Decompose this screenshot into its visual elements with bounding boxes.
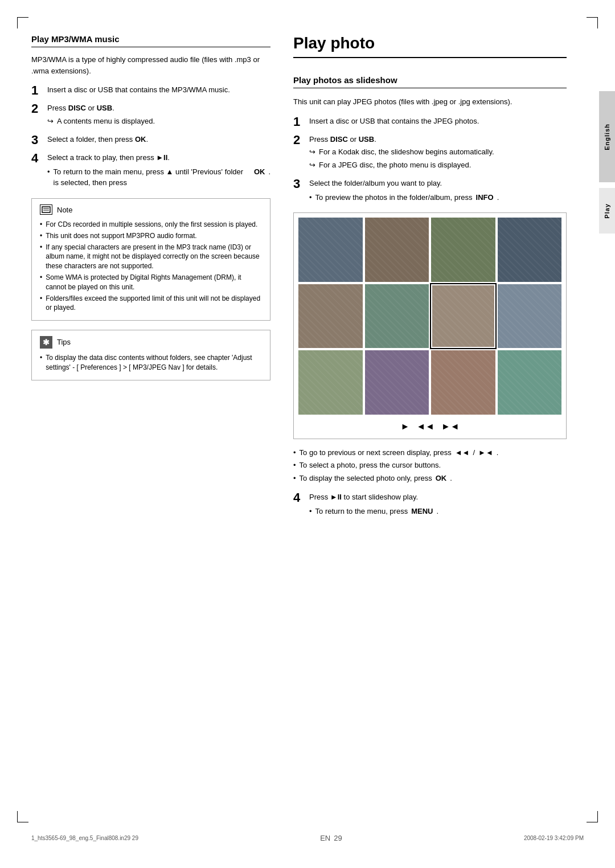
right-step-4: 4 Press ►II to start slideshow play. To … xyxy=(293,492,567,518)
right-step-3: 3 Select the folder/album you want to pl… xyxy=(293,178,567,204)
next-icon: ►◄ xyxy=(441,421,460,432)
corner-mark-tl xyxy=(17,17,28,28)
step-1-text: Insert a disc or USB that contains the M… xyxy=(47,85,230,94)
right-step4-list: 4 Press ►II to start slideshow play. To … xyxy=(293,492,567,518)
note-item-4: Some WMA is protected by Digital Rights … xyxy=(40,273,262,292)
step-4-text: Select a track to play, then press ►II. xyxy=(47,153,170,162)
tips-icon: ✱ xyxy=(40,336,52,349)
left-section-title: Play MP3/WMA music xyxy=(31,34,270,47)
photo-cell-11 xyxy=(431,350,495,415)
photo-cell-12 xyxy=(498,350,562,415)
right-step-1: 1 Insert a disc or USB that contains the… xyxy=(293,116,567,128)
grid-controls: ► ◄◄ ►◄ xyxy=(298,419,561,434)
tips-box: ✱ Tips To display the data disc contents… xyxy=(31,330,270,380)
step-4-number: 4 xyxy=(31,152,42,165)
right-step-4-bullet-1: To return to the menu, press MENU. xyxy=(309,506,567,517)
footer-page-number: EN 29 xyxy=(320,834,342,842)
photo-grid-container: ► ◄◄ ►◄ xyxy=(293,212,567,439)
right-step-3-bullet-1: To preview the photos in the folder/albu… xyxy=(309,192,567,203)
right-step-4-bullets: To return to the menu, press MENU. xyxy=(309,506,567,517)
step-2-content: Press DISC or USB. A contents menu is di… xyxy=(47,103,270,128)
right-intro-text: This unit can play JPEG photos (files wi… xyxy=(293,96,567,108)
right-step-2-number: 2 xyxy=(293,134,304,146)
step-4-content: Select a track to play, then press ►II. … xyxy=(47,152,270,190)
note-icon xyxy=(40,204,52,215)
svg-rect-0 xyxy=(42,207,50,212)
right-step-3-bullets: To preview the photos in the folder/albu… xyxy=(309,192,567,203)
step-1: 1 Insert a disc or USB that contains the… xyxy=(31,84,270,97)
footer-file-info: 1_hts3565-69_98_eng.5_Final808.in29 29 xyxy=(31,835,138,841)
left-column: Play MP3/WMA music MP3/WMA is a type of … xyxy=(31,34,270,526)
corner-mark-bl xyxy=(17,811,28,822)
left-intro-text: MP3/WMA is a type of highly compressed a… xyxy=(31,54,270,76)
main-columns: Play MP3/WMA music MP3/WMA is a type of … xyxy=(0,34,615,526)
step-3-text: Select a folder, then press OK. xyxy=(47,135,148,144)
tips-item-1: To display the data disc contents withou… xyxy=(40,353,262,372)
right-step-3-content: Select the folder/album you want to play… xyxy=(309,178,567,204)
right-step-2: 2 Press DISC or USB. For a Kodak disc, t… xyxy=(293,134,567,173)
right-step-3-text: Select the folder/album you want to play… xyxy=(309,179,442,187)
note-header: Note xyxy=(40,204,262,216)
right-step-2-content: Press DISC or USB. For a Kodak disc, the… xyxy=(309,134,567,173)
step-3-content: Select a folder, then press OK. xyxy=(47,134,270,145)
play-tab-label: Play xyxy=(604,203,610,219)
step-3: 3 Select a folder, then press OK. xyxy=(31,134,270,146)
right-step-2-arrow-1: For a Kodak disc, the slideshow begins a… xyxy=(309,146,567,158)
tips-header: ✱ Tips xyxy=(40,336,262,349)
right-steps-list: 1 Insert a disc or USB that contains the… xyxy=(293,116,567,205)
tips-bullets: To display the data disc contents withou… xyxy=(40,353,262,372)
note-item-2: This unit does not support MP3PRO audio … xyxy=(40,231,262,241)
right-step-3-number: 3 xyxy=(293,178,304,190)
en-label: EN xyxy=(320,834,330,842)
step-4-bullet-1: To return to the main menu, press ▲ unti… xyxy=(47,166,270,189)
post-grid-bullets: To go to previous or next screen display… xyxy=(293,447,567,484)
step-2-arrow: A contents menu is displayed. xyxy=(47,116,270,127)
photo-cell-5 xyxy=(298,284,363,349)
photo-cell-8 xyxy=(498,284,562,349)
step-3-number: 3 xyxy=(31,134,42,146)
page-number: 29 xyxy=(334,834,342,842)
prev-icon: ◄◄ xyxy=(416,421,434,432)
page-container: English Play Play MP3/WMA music MP3/WMA … xyxy=(0,0,615,868)
photo-cell-9 xyxy=(298,350,363,415)
step-2: 2 Press DISC or USB. A contents menu is … xyxy=(31,103,270,128)
photo-cell-4 xyxy=(498,218,562,282)
right-step-1-content: Insert a disc or USB that contains the J… xyxy=(309,116,567,127)
tips-label: Tips xyxy=(57,337,71,348)
play-tab: Play xyxy=(599,188,615,234)
right-step-1-text: Insert a disc or USB that contains the J… xyxy=(309,117,479,125)
right-column: Play photo Play photos as slideshow This… xyxy=(293,34,584,526)
right-step-4-content: Press ►II to start slideshow play. To re… xyxy=(309,492,567,518)
step-2-number: 2 xyxy=(31,103,42,115)
step-4: 4 Select a track to play, then press ►II… xyxy=(31,152,270,190)
corner-mark-br xyxy=(587,811,598,822)
right-step-4-text: Press ►II to start slideshow play. xyxy=(309,493,418,501)
photo-grid xyxy=(298,218,561,415)
photo-cell-1 xyxy=(298,218,363,282)
right-step-4-number: 4 xyxy=(293,492,304,504)
photo-cell-2 xyxy=(365,218,429,282)
note-item-1: For CDs recorded in multiple sessions, o… xyxy=(40,220,262,230)
step-2-text: Press DISC or USB. xyxy=(47,104,114,112)
note-item-3: If any special characters are present in… xyxy=(40,243,262,271)
footer-timestamp: 2008-02-19 3:42:09 PM xyxy=(524,835,584,841)
play-icon: ► xyxy=(400,421,409,432)
photo-cell-3 xyxy=(431,218,495,282)
note-box: Note For CDs recorded in multiple sessio… xyxy=(31,198,270,321)
corner-mark-tr xyxy=(587,17,598,28)
footer: 1_hts3565-69_98_eng.5_Final808.in29 29 E… xyxy=(31,834,584,842)
post-grid-bullet-3: To display the selected photo only, pres… xyxy=(293,473,567,484)
left-steps-list: 1 Insert a disc or USB that contains the… xyxy=(31,84,270,190)
post-grid-bullet-2: To select a photo, press the cursor butt… xyxy=(293,460,567,471)
right-step-2-text: Press DISC or USB. xyxy=(309,135,376,144)
english-tab: English xyxy=(599,91,615,182)
photo-cell-7 xyxy=(431,284,495,349)
note-bullets: For CDs recorded in multiple sessions, o… xyxy=(40,220,262,313)
photo-cell-10 xyxy=(365,350,429,415)
subsection-title: Play photos as slideshow xyxy=(293,75,567,88)
step-1-number: 1 xyxy=(31,84,42,97)
english-tab-label: English xyxy=(604,124,610,150)
photo-cell-6 xyxy=(365,284,429,349)
page-title: Play photo xyxy=(293,34,567,58)
step-1-content: Insert a disc or USB that contains the M… xyxy=(47,84,270,96)
